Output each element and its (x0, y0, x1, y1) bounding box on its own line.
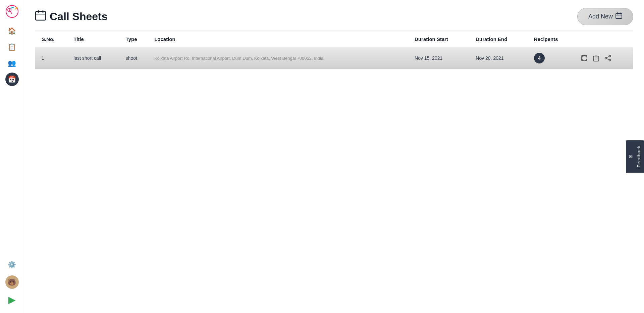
sidebar-item-home[interactable]: 🏠 (5, 24, 19, 38)
svg-rect-9 (616, 13, 622, 18)
delete-icon[interactable] (593, 55, 599, 61)
cell-type: shoot (122, 47, 151, 69)
svg-point-0 (6, 5, 18, 17)
svg-line-23 (607, 56, 609, 58)
avatar[interactable]: 🐻 (5, 275, 19, 289)
col-sno: S.No. (35, 31, 69, 47)
sidebar-item-document[interactable]: 📋 (5, 40, 19, 54)
col-title: Title (69, 31, 121, 47)
svg-point-3 (9, 9, 10, 11)
table-row: 1 last short call shoot Kolkata Airport … (35, 47, 633, 69)
play-store-icon[interactable]: ▶ (5, 293, 19, 306)
cell-title: last short call (69, 47, 121, 69)
logo (5, 4, 19, 19)
cell-location: Kolkata Airport Rd, International Airpor… (150, 47, 411, 69)
col-location: Location (150, 31, 411, 47)
sidebar-item-settings[interactable]: ⚙️ (5, 258, 19, 271)
svg-line-24 (607, 58, 609, 60)
svg-line-2 (10, 11, 12, 14)
main-content: Call Sheets Add New S.No. Title Type (24, 0, 644, 313)
sidebar: 🏠 📋 👥 📅 ⚙️ 🐻 ▶ (0, 0, 24, 313)
page-title: Call Sheets (35, 10, 108, 24)
col-recipients: Recipents (530, 31, 577, 47)
page-header: Call Sheets Add New (35, 8, 633, 25)
sidebar-item-people[interactable]: 👥 (5, 56, 19, 70)
svg-rect-5 (36, 11, 46, 20)
cell-recipients: 4 (530, 47, 577, 69)
add-new-button[interactable]: Add New (577, 8, 633, 25)
add-new-calendar-icon (615, 12, 622, 21)
svg-point-22 (605, 57, 607, 59)
svg-point-20 (609, 55, 611, 57)
cell-sno: 1 (35, 47, 69, 69)
cell-duration-start: Nov 15, 2021 (411, 47, 472, 69)
call-sheets-table: S.No. Title Type Location Duration Start… (35, 31, 633, 69)
cell-actions (577, 47, 633, 69)
table-header-row: S.No. Title Type Location Duration Start… (35, 31, 633, 47)
feedback-tab[interactable]: ✉ Feedback (626, 140, 644, 173)
svg-point-21 (609, 59, 611, 61)
col-type: Type (122, 31, 151, 47)
share-icon[interactable] (604, 55, 611, 61)
cell-duration-end: Nov 20, 2021 (472, 47, 530, 69)
sidebar-item-calendar[interactable]: 📅 (5, 73, 19, 86)
recipients-badge: 4 (534, 53, 545, 63)
col-duration-start: Duration Start (411, 31, 472, 47)
page-title-icon (35, 10, 46, 24)
feedback-envelope-icon: ✉ (629, 154, 634, 159)
col-actions (577, 31, 633, 47)
col-duration-end: Duration End (472, 31, 530, 47)
expand-icon[interactable] (581, 55, 588, 61)
